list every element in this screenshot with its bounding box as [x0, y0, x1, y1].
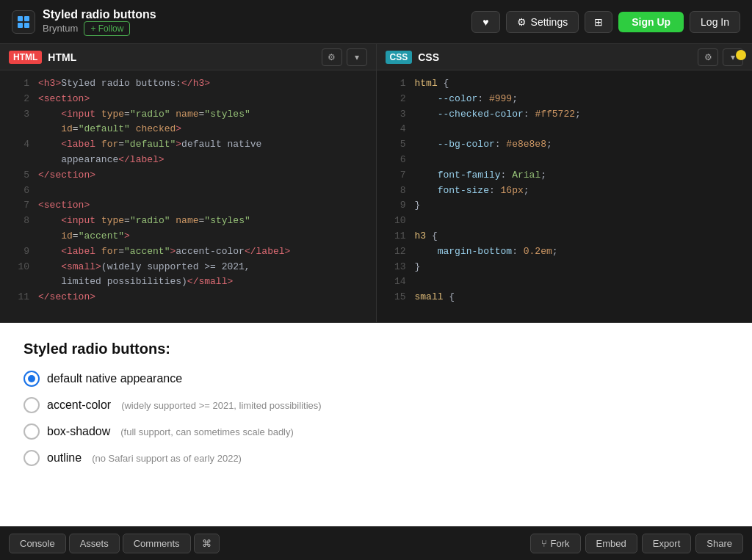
fork-icon: ⑂	[541, 538, 547, 549]
login-button[interactable]: Log In	[690, 11, 740, 33]
yellow-dot	[736, 50, 746, 60]
code-line: 5 --bg-color: #e8e8e8;	[377, 137, 753, 153]
code-line: 13}	[377, 260, 753, 275]
code-line: 5</section>	[0, 168, 376, 183]
share-button[interactable]: Share	[695, 534, 743, 553]
html-settings-button[interactable]: ⚙	[322, 48, 342, 66]
code-line: 1<h3>Styled radio buttons:</h3>	[0, 76, 376, 92]
radio-label-accent: accent-color	[47, 399, 111, 412]
radio-note-outline: (no Safari support as of early 2022)	[92, 453, 242, 464]
radio-dot-default	[28, 375, 35, 382]
html-code-content[interactable]: 1<h3>Styled radio buttons:</h3> 2<sectio…	[0, 70, 376, 322]
code-line: 10 <small>(widely supported >= 2021,	[0, 260, 376, 275]
code-line: 4 <label for="default">default native	[0, 137, 376, 153]
settings-label: Settings	[531, 16, 568, 28]
grid-button[interactable]: ⊞	[585, 11, 612, 33]
radio-item-accent: accent-color (widely supported >= 2021, …	[24, 397, 728, 413]
css-editor-header: CSS CSS ⚙ ▾	[377, 44, 753, 70]
html-editor-header: HTML HTML ⚙ ▾	[0, 44, 376, 70]
comments-tab[interactable]: Comments	[123, 534, 191, 553]
css-editor-panel: CSS CSS ⚙ ▾ 1html { 2 --color: #999; 3 -…	[377, 44, 753, 322]
cmd-button[interactable]: ⌘	[194, 534, 220, 553]
app-title: Styled radio buttons	[43, 8, 156, 21]
code-line: 10	[377, 214, 753, 229]
code-line: 12 margin-bottom: 0.2em;	[377, 244, 753, 260]
css-code-content[interactable]: 1html { 2 --color: #999; 3 --checked-col…	[377, 70, 753, 322]
preview-area: Styled radio buttons: default native app…	[0, 323, 752, 526]
code-line: appearance</label>	[0, 153, 376, 168]
editors-area: HTML HTML ⚙ ▾ 1<h3>Styled radio buttons:…	[0, 44, 752, 323]
gear-icon: ⚙	[517, 16, 527, 28]
radio-item-box-shadow: box-shadow (full support, can sometimes …	[24, 423, 728, 440]
radio-note-accent: (widely supported >= 2021, limited possi…	[121, 400, 321, 411]
code-line: id="accent">	[0, 229, 376, 244]
radio-item-default: default native appearance	[24, 371, 728, 387]
html-label: HTML	[48, 51, 315, 63]
radio-label-outline: outline	[47, 451, 82, 465]
code-line: 11</section>	[0, 290, 376, 305]
svg-rect-0	[18, 16, 23, 21]
css-badge: CSS	[386, 51, 413, 64]
html-collapse-button[interactable]: ▾	[347, 48, 367, 66]
fork-button[interactable]: ⑂ Fork	[530, 534, 581, 553]
code-line: 6	[0, 183, 376, 199]
follow-button[interactable]: + Follow	[84, 21, 130, 36]
code-line: 6	[377, 153, 753, 168]
code-line: 4	[377, 122, 753, 137]
css-settings-button[interactable]: ⚙	[698, 48, 718, 66]
code-line: 2 --color: #999;	[377, 92, 753, 107]
author-area: Bryntum + Follow	[43, 21, 156, 36]
code-line: 9}	[377, 198, 753, 214]
fork-label: Fork	[551, 538, 570, 549]
svg-rect-1	[24, 16, 29, 21]
bottom-bar: Console Assets Comments ⌘ ⑂ Fork Embed E…	[0, 526, 752, 560]
code-line: 14	[377, 274, 753, 290]
code-line: 1html {	[377, 76, 753, 92]
heart-icon: ♥	[482, 16, 488, 28]
code-line: 11h3 {	[377, 229, 753, 244]
svg-rect-2	[18, 23, 23, 28]
heart-button[interactable]: ♥	[471, 11, 499, 33]
code-line: 3 --checked-color: #ff5722;	[377, 107, 753, 123]
radio-label-box-shadow: box-shadow	[47, 425, 110, 438]
radio-button-outline[interactable]	[24, 450, 40, 466]
logo-area: Styled radio buttons Bryntum + Follow	[12, 8, 471, 36]
code-line: 8 font-size: 16px;	[377, 183, 753, 199]
radio-note-box-shadow: (full support, can sometimes scale badly…	[120, 426, 294, 437]
signup-button[interactable]: Sign Up	[618, 12, 684, 32]
logo-icon	[12, 10, 35, 34]
export-button[interactable]: Export	[642, 534, 692, 553]
radio-button-default[interactable]	[24, 371, 40, 387]
console-tab[interactable]: Console	[9, 534, 66, 553]
radio-button-accent[interactable]	[24, 397, 40, 413]
assets-tab[interactable]: Assets	[69, 534, 120, 553]
radio-button-box-shadow[interactable]	[24, 423, 40, 440]
header: Styled radio buttons Bryntum + Follow ♥ …	[0, 0, 752, 44]
code-line: 9 <label for="accent">accent-color</labe…	[0, 244, 376, 260]
code-line: 15small {	[377, 290, 753, 305]
code-line: 3 <input type="radio" name="styles"	[0, 107, 376, 123]
grid-icon: ⊞	[594, 16, 603, 28]
html-editor-panel: HTML HTML ⚙ ▾ 1<h3>Styled radio buttons:…	[0, 44, 377, 322]
radio-label-default: default native appearance	[47, 372, 182, 385]
title-area: Styled radio buttons Bryntum + Follow	[43, 8, 156, 36]
code-line: limited possibilities)</small>	[0, 274, 376, 290]
html-editor-controls: ⚙ ▾	[322, 48, 367, 66]
code-line: 7<section>	[0, 198, 376, 214]
radio-item-outline: outline (no Safari support as of early 2…	[24, 450, 728, 466]
code-line: 8 <input type="radio" name="styles"	[0, 214, 376, 229]
html-badge: HTML	[9, 51, 42, 64]
css-label: CSS	[418, 51, 692, 63]
bottom-right: ⑂ Fork Embed Export Share	[530, 534, 743, 553]
embed-button[interactable]: Embed	[585, 534, 637, 553]
code-line: id="default" checked>	[0, 122, 376, 137]
bottom-left: Console Assets Comments ⌘	[9, 534, 530, 553]
code-line: 2<section>	[0, 92, 376, 107]
settings-button[interactable]: ⚙ Settings	[506, 11, 579, 33]
header-right: ♥ ⚙ Settings ⊞ Sign Up Log In	[471, 11, 740, 33]
code-line: 7 font-family: Arial;	[377, 168, 753, 183]
svg-rect-3	[24, 23, 29, 28]
author-name: Bryntum	[43, 23, 78, 34]
preview-title: Styled radio buttons:	[24, 341, 728, 357]
